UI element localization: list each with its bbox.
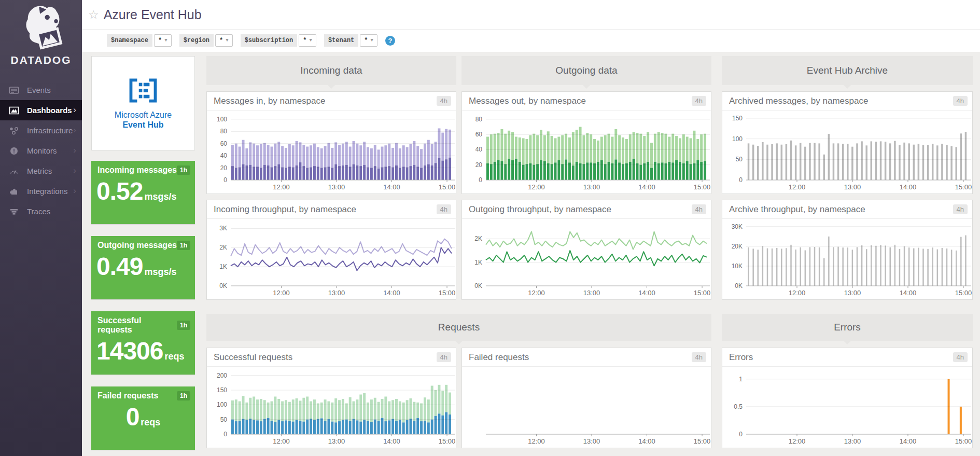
svg-text:14:00: 14:00 — [638, 183, 655, 191]
sidebar-item-monitors[interactable]: Monitors › — [0, 141, 82, 161]
svg-text:0K: 0K — [735, 282, 743, 289]
group-header-requests: Requests — [206, 314, 711, 341]
sidebar-item-events[interactable]: Events — [0, 80, 82, 100]
svg-text:100: 100 — [217, 401, 227, 408]
chevron-right-icon: › — [73, 145, 76, 156]
svg-text:14:00: 14:00 — [900, 183, 917, 191]
svg-text:14:00: 14:00 — [638, 437, 655, 445]
svg-text:13:00: 13:00 — [844, 183, 861, 191]
svg-text:150: 150 — [217, 386, 227, 394]
caret-down-icon: ▼ — [226, 38, 228, 43]
chart-title: Messages in, by namespace — [214, 96, 325, 106]
chart-archive-throughput: Archive throughput, by namespace4h 0K10K… — [722, 200, 973, 300]
azure-card-line1: Microsoft Azure — [115, 110, 172, 120]
datadog-dashboard: DATADOG Events Dashboards › Infrastr — [0, 0, 980, 456]
chart-plot-area[interactable]: 02040608012:0013:0014:0015:00 — [462, 111, 711, 194]
chart-messages-in: Messages in, by namespace4h 020406080100… — [206, 91, 456, 194]
chart-plot-area[interactable]: 0K10K20K30K12:0013:0014:0015:00 — [722, 219, 972, 299]
group-header-incoming-data: Incoming data — [206, 56, 456, 85]
svg-text:15:00: 15:00 — [694, 183, 711, 191]
sidebar-item-metrics[interactable]: Metrics › — [0, 161, 82, 181]
template-var-namespace[interactable]: $namespace *▼ — [107, 34, 172, 47]
sidebar-item-traces[interactable]: Traces — [0, 201, 82, 222]
integrations-icon — [9, 187, 19, 196]
help-icon[interactable]: ? — [385, 36, 395, 46]
star-outline-icon[interactable]: ☆ — [88, 8, 99, 22]
chart-plot-area[interactable]: 12:0013:0014:0015:00 — [462, 367, 711, 448]
sidebar-item-infrastructure[interactable]: Infrastructure › — [0, 120, 82, 141]
chart-plot-area[interactable]: 00.5112:0013:0014:0015:00 — [722, 367, 972, 448]
caret-down-icon: ▼ — [371, 38, 373, 43]
chart-title: Archived messages, by namespace — [729, 96, 868, 106]
svg-text:100: 100 — [217, 116, 227, 123]
chart-outgoing-throughput: Outgoing throughput, by namespace4h 0K1K… — [461, 200, 711, 300]
svg-text:15:00: 15:00 — [439, 183, 456, 191]
svg-text:12:00: 12:00 — [528, 183, 545, 191]
svg-text:0K: 0K — [474, 282, 482, 289]
chart-plot-area[interactable]: 0K1K2K3K12:0013:0014:0015:00 — [207, 219, 456, 299]
sidebar-item-label: Dashboards — [27, 106, 72, 115]
azure-event-hub-card: Microsoft Azure Event Hub — [91, 56, 195, 150]
svg-text:20K: 20K — [732, 243, 743, 250]
svg-text:0K: 0K — [219, 282, 227, 289]
svg-text:15:00: 15:00 — [955, 289, 972, 297]
events-icon — [9, 86, 19, 94]
svg-text:10K: 10K — [732, 262, 743, 270]
svg-text:12:00: 12:00 — [273, 289, 290, 297]
svg-text:0: 0 — [739, 431, 743, 438]
svg-text:60: 60 — [475, 131, 483, 138]
svg-text:14:00: 14:00 — [383, 183, 400, 191]
svg-text:15:00: 15:00 — [694, 437, 711, 445]
chart-title: Outgoing throughput, by namespace — [469, 204, 611, 215]
template-var-region[interactable]: $region *▼ — [179, 34, 233, 47]
svg-text:12:00: 12:00 — [789, 289, 806, 297]
chart-successful-requests: Successful requests4h 05010015020012:001… — [206, 348, 456, 448]
sidebar-item-label: Traces — [27, 207, 50, 216]
svg-text:2K: 2K — [219, 244, 227, 251]
sidebar-nav: Events Dashboards › Infrastructure › — [0, 80, 82, 222]
sidebar: DATADOG Events Dashboards › Infrastr — [0, 0, 82, 456]
svg-text:12:00: 12:00 — [528, 289, 545, 297]
group-header-event-hub-archive: Event Hub Archive — [722, 56, 973, 85]
datadog-logo[interactable]: DATADOG — [0, 0, 82, 66]
svg-text:13:00: 13:00 — [583, 289, 600, 297]
infrastructure-icon — [9, 127, 19, 135]
sidebar-item-integrations[interactable]: Integrations › — [0, 181, 82, 201]
template-var-subscription[interactable]: $subscription *▼ — [241, 34, 316, 47]
page-title: Azure Event Hub — [104, 7, 202, 22]
chart-title: Messages out, by namespace — [469, 96, 586, 106]
template-var-tenant[interactable]: $tenant *▼ — [324, 34, 377, 47]
svg-text:15:00: 15:00 — [439, 437, 456, 445]
svg-text:14:00: 14:00 — [900, 289, 917, 297]
timeframe-badge: 4h — [692, 204, 706, 214]
chart-plot-area[interactable]: 02040608010012:0013:0014:0015:00 — [207, 111, 456, 194]
svg-text:14:00: 14:00 — [383, 437, 400, 445]
sidebar-item-label: Metrics — [27, 167, 52, 175]
svg-text:1K: 1K — [474, 259, 482, 266]
chart-title: Successful requests — [214, 352, 292, 363]
chevron-right-icon: › — [73, 125, 76, 135]
sidebar-item-dashboards[interactable]: Dashboards › — [0, 100, 82, 120]
chart-plot-area[interactable]: 0K1K2K12:0013:0014:0015:00 — [462, 219, 711, 299]
svg-text:14:00: 14:00 — [383, 289, 400, 297]
svg-text:15:00: 15:00 — [439, 289, 456, 297]
stat-value: 14306 — [96, 339, 163, 364]
chart-title: Incoming throughput, by namespace — [214, 204, 356, 215]
svg-text:15:00: 15:00 — [955, 437, 972, 445]
dashboard-canvas: Microsoft Azure Event Hub Incoming messa… — [82, 52, 980, 456]
datadog-wordmark: DATADOG — [0, 54, 82, 66]
sidebar-item-label: Monitors — [27, 146, 57, 155]
chart-plot-area[interactable]: 05010015020012:0013:0014:0015:00 — [207, 367, 456, 448]
group-header-outgoing-data: Outgoing data — [461, 56, 711, 85]
timeframe-badge: 1h — [177, 321, 190, 330]
svg-text:13:00: 13:00 — [328, 183, 345, 191]
chart-title: Errors — [729, 352, 753, 363]
svg-text:0: 0 — [223, 176, 227, 184]
monitors-icon — [9, 147, 19, 155]
sidebar-item-label: Events — [27, 86, 51, 94]
template-variable-bar: $namespace *▼ $region *▼ $subscription *… — [82, 30, 980, 51]
chart-plot-area[interactable]: 05010015012:0013:0014:0015:00 — [722, 111, 972, 194]
caret-down-icon: ▼ — [309, 38, 312, 43]
svg-text:150: 150 — [732, 115, 743, 122]
stat-title: Incoming messages — [97, 165, 177, 175]
